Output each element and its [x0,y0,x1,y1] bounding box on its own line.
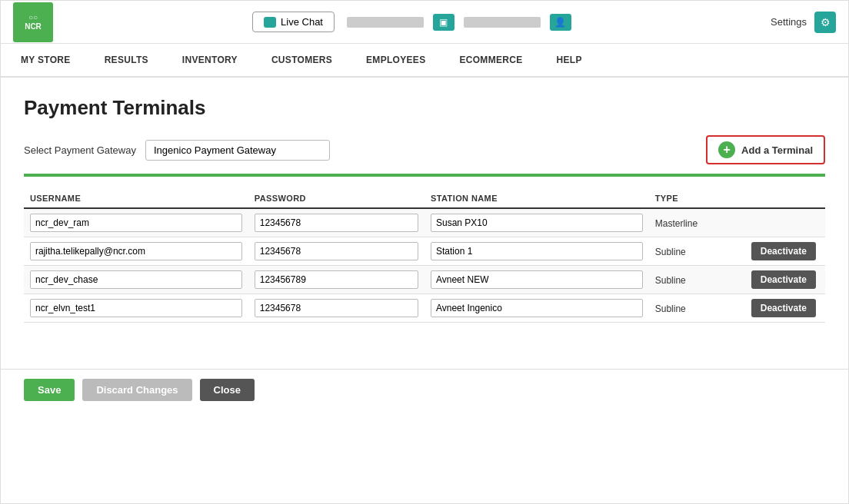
gateway-row: Select Payment Gateway + Add a Terminal [24,135,825,164]
table-row: Subline Deactivate [24,266,825,294]
chat-icon [264,17,276,28]
cell-type: Subline [649,266,745,294]
top-header: ○○NCR Live Chat ▣ 👤 Settings ⚙ [1,1,848,44]
cell-action: Deactivate [745,237,825,266]
password-input[interactable] [255,242,418,260]
type-label: Masterline [655,218,698,229]
user-section: ▣ 👤 [347,14,571,31]
page-title: Payment Terminals [24,96,825,120]
cell-username [24,208,248,237]
cell-station [424,237,649,266]
live-chat-label: Live Chat [281,16,323,28]
settings-label: Settings [771,16,807,28]
add-terminal-button[interactable]: + Add a Terminal [706,135,825,164]
cell-password [248,294,424,323]
cell-station [424,208,649,237]
col-header-username: USERNAME [24,189,248,208]
add-terminal-label: Add a Terminal [741,144,813,156]
header-right: Settings ⚙ [771,12,836,33]
nav-my-store[interactable]: MY STORE [19,55,72,65]
store-name-blurred [464,17,541,28]
deactivate-button[interactable]: Deactivate [751,299,816,317]
station-input[interactable] [431,214,643,232]
deactivate-button[interactable]: Deactivate [751,270,816,289]
bottom-divider [1,369,848,370]
station-input[interactable] [431,299,643,317]
person-icon[interactable]: 👤 [550,14,571,31]
gateway-label: Select Payment Gateway [24,144,136,156]
cell-password [248,208,424,237]
green-divider [24,174,825,177]
header-center: Live Chat ▣ 👤 [53,12,771,32]
bottom-bar: Save Discard Changes Close [1,379,848,413]
save-button[interactable]: Save [24,379,75,401]
cell-password [248,266,424,294]
table-header-row: USERNAME PASSWORD STATION NAME TYPE [24,189,825,208]
table-row: Subline Deactivate [24,294,825,323]
cell-password [248,237,424,266]
col-header-station: STATION NAME [424,189,649,208]
page-content: Payment Terminals Select Payment Gateway… [1,78,848,323]
cell-username [24,237,248,266]
cell-username [24,294,248,323]
add-terminal-icon: + [718,141,735,158]
ncr-logo: ○○NCR [13,2,53,42]
type-label: Subline [655,247,686,257]
cell-type: Masterline [649,208,745,237]
cell-station [424,266,649,294]
username-input[interactable] [30,270,242,289]
password-input[interactable] [255,299,418,317]
cell-station [424,294,649,323]
cell-username [24,266,248,294]
gear-icon[interactable]: ⚙ [814,12,836,33]
type-label: Subline [655,275,686,286]
monitor-icon[interactable]: ▣ [433,14,454,31]
cell-type: Subline [649,294,745,323]
table-row: Subline Deactivate [24,237,825,266]
username-input[interactable] [30,299,242,317]
username-input[interactable] [30,214,242,232]
nav-results[interactable]: RESULTS [103,55,150,65]
terminals-table: USERNAME PASSWORD STATION NAME TYPE [24,189,825,323]
main-nav: MY STORE RESULTS INVENTORY CUSTOMERS EMP… [1,44,848,78]
nav-inventory[interactable]: INVENTORY [181,55,239,65]
cell-type: Subline [649,237,745,266]
nav-ecommerce[interactable]: ECOMMERCE [458,55,524,65]
password-input[interactable] [255,214,418,232]
nav-employees[interactable]: EMPLOYEES [365,55,427,65]
cell-action [745,208,825,237]
close-button[interactable]: Close [200,379,255,401]
gateway-select[interactable] [145,140,330,161]
nav-help[interactable]: HELP [555,55,584,65]
discard-changes-button[interactable]: Discard Changes [82,379,191,401]
type-label: Subline [655,303,686,314]
cell-action: Deactivate [745,294,825,323]
col-header-type: TYPE [649,189,745,208]
nav-customers[interactable]: CUSTOMERS [270,55,334,65]
password-input[interactable] [255,270,418,289]
table-row: Masterline [24,208,825,237]
station-input[interactable] [431,242,643,260]
username-blurred [347,17,424,28]
deactivate-button[interactable]: Deactivate [751,242,816,260]
live-chat-button[interactable]: Live Chat [252,12,335,32]
col-header-action [745,189,825,208]
bottom-spacer [1,323,848,369]
username-input[interactable] [30,242,242,260]
col-header-password: PASSWORD [248,189,424,208]
gateway-left: Select Payment Gateway [24,140,330,161]
cell-action: Deactivate [745,266,825,294]
app-wrapper: ○○NCR Live Chat ▣ 👤 Settings ⚙ MY STORE … [0,0,849,504]
station-input[interactable] [431,270,643,289]
